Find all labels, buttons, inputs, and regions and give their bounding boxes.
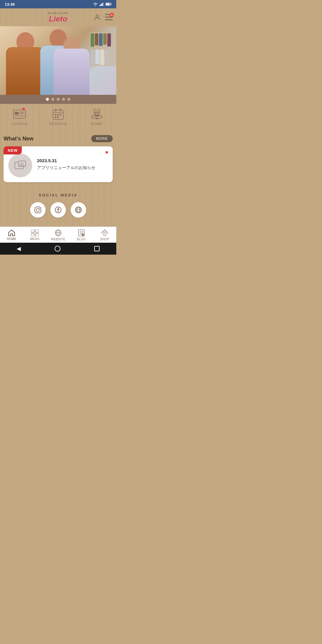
nav-website[interactable]: WEBSITE [47,229,70,241]
reserve-svg-icon [53,109,64,120]
coupon-svg-icon [13,110,26,119]
status-bar: 13:49 [0,0,116,8]
news-content: 2023.5.31 アプリリニューアルのお知らせ [37,158,108,171]
more-button[interactable]: MORE [91,135,113,142]
home-nav-label: HOME [7,237,16,241]
svg-rect-43 [31,233,34,236]
profile-button[interactable] [94,14,101,21]
nav-home[interactable]: HOME [0,230,23,241]
svg-point-55 [104,231,105,232]
reserve-icon [52,109,65,120]
website-button[interactable] [71,202,86,218]
svg-rect-12 [15,112,19,115]
new-badge: NEW [4,146,22,154]
svg-rect-24 [57,117,59,118]
svg-rect-29 [96,118,98,119]
android-home-button[interactable] [55,246,61,252]
carousel-dots [0,95,116,104]
menu-nav-icon [31,230,39,236]
svg-rect-20 [55,114,56,116]
battery-icon [106,2,112,6]
globe-icon [75,206,82,213]
reserve-action[interactable]: RESERVE [39,109,78,126]
status-time: 13:49 [5,2,15,7]
svg-rect-22 [60,114,61,116]
carousel-dot-5[interactable] [67,98,70,101]
photo-placeholder-icon [14,160,26,171]
news-unread-dot [106,151,108,154]
nav-blog[interactable]: BLOG [70,229,93,241]
social-title: SOCIAL MEDIA [0,193,116,197]
svg-rect-1 [101,4,102,6]
hero-image [0,26,116,95]
header-icons: N [94,14,113,21]
coupon-badge [22,108,25,110]
instagram-button[interactable] [30,202,46,218]
wifi-icon [93,2,98,6]
header-logo: HAIR×CAFE Lieto [48,12,69,23]
carousel-dot-3[interactable] [57,98,60,101]
coupon-icon [13,109,26,120]
stamp-action[interactable]: STAMP [78,109,116,126]
news-thumbnail [8,154,32,177]
coupon-action[interactable]: COUPON [0,109,39,126]
carousel-dot-2[interactable] [51,98,54,101]
svg-point-35 [39,208,40,208]
svg-point-34 [36,208,39,211]
news-date: 2023.5.31 [37,158,108,163]
website-nav-icon [55,229,62,236]
status-icons [93,2,112,6]
nav-menu[interactable]: MENU [23,230,47,241]
social-icons [0,202,116,218]
nav-shop[interactable]: SHOP [93,229,116,241]
coupon-label: COUPON [11,122,27,126]
svg-rect-6 [111,4,112,5]
whats-new-section: What's New MORE NEW 2023.5.31 アプリリニューアルの… [0,130,116,187]
app-header: HAIR×CAFE Lieto N [0,8,116,26]
carousel-dot-4[interactable] [62,98,65,101]
blog-nav-label: BLOG [77,238,86,241]
facebook-button[interactable] [50,202,66,218]
svg-rect-0 [100,5,100,6]
svg-rect-33 [35,207,41,213]
facebook-icon [55,206,62,213]
menu-nav-label: MENU [30,237,39,241]
android-navigation-bar: ◀ [0,243,116,255]
android-recent-button[interactable] [94,246,100,251]
signal-icon [100,2,104,6]
svg-rect-3 [103,2,104,6]
bottom-navigation: HOME MENU WEBSITE BLOG [0,227,116,243]
stamp-icon [90,109,103,120]
instagram-icon [34,206,41,213]
news-article-title: アプリリニューアルのお知らせ [37,165,108,171]
quick-actions: COUPON RESERVE [0,104,116,130]
header-brand-name: Lieto [48,15,69,23]
svg-rect-2 [102,3,103,6]
profile-icon [94,14,101,21]
android-back-button[interactable]: ◀ [17,245,21,252]
reserve-label: RESERVE [49,122,67,126]
social-section: SOCIAL MEDIA [0,187,116,227]
svg-point-28 [95,109,99,114]
website-nav-label: WEBSITE [51,238,66,241]
shop-nav-label: SHOP [100,238,109,241]
stamp-svg-icon [92,109,102,120]
svg-point-7 [96,15,98,17]
menu-button[interactable]: N [105,14,113,21]
shop-nav-icon [101,229,108,236]
svg-rect-5 [106,4,110,5]
svg-rect-10 [105,19,113,20]
svg-rect-23 [55,117,56,118]
section-title: What's New [4,136,33,142]
news-card[interactable]: NEW 2023.5.31 アプリリニューアルのお知らせ [4,146,113,182]
carousel-dot-1[interactable] [46,98,49,101]
svg-rect-42 [31,230,34,232]
svg-rect-21 [57,114,59,116]
svg-rect-53 [82,233,84,236]
svg-rect-44 [35,230,39,232]
blog-nav-icon [78,229,85,236]
section-header: What's New MORE [4,135,113,142]
stamp-label: STAMP [91,122,103,126]
home-nav-icon [8,230,15,236]
svg-rect-45 [35,233,39,236]
